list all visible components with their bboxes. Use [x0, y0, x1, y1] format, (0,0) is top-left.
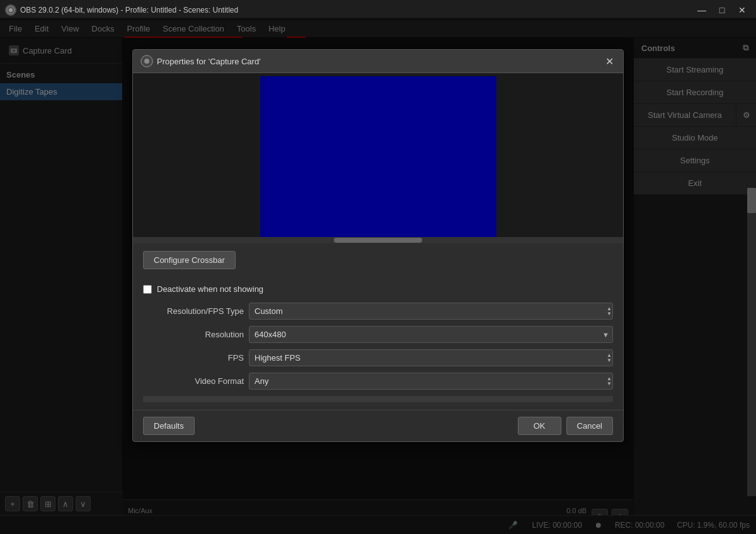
minimize-button[interactable]: — [693, 4, 711, 16]
dialog-footer: Defaults OK Cancel [133, 410, 623, 441]
deactivate-label: Deactivate when not showing [157, 284, 263, 294]
maximize-button[interactable]: □ [713, 4, 731, 16]
resolution-fps-type-wrapper: Custom ▲ ▼ [249, 303, 613, 320]
video-format-wrapper: Any ▲ ▼ [249, 373, 613, 390]
resolution-row: Resolution 640x480 ▼ [143, 326, 613, 343]
fps-row: FPS Highest FPS ▲ ▼ [143, 349, 613, 366]
title-bar-left: OBS 29.0.2 (64-bit, windows) - Profile: … [5, 4, 238, 16]
deactivate-checkbox[interactable] [143, 285, 152, 294]
resolution-fps-type-row: Resolution/FPS Type Custom ▲ ▼ [143, 303, 613, 320]
dialog-body: Configure Crossbar Deactivate when not s… [133, 73, 623, 410]
close-window-button[interactable]: ✕ [733, 4, 751, 16]
scrollbar-thumb [334, 238, 422, 243]
deactivate-row: Deactivate when not showing [143, 284, 613, 294]
preview-scrollbar[interactable] [133, 237, 623, 243]
dialog-logo-icon [140, 55, 153, 67]
dialog-close-button[interactable]: ✕ [603, 55, 616, 67]
resolution-label: Resolution [143, 330, 244, 339]
footer-left: Defaults [143, 417, 195, 435]
resolution-select[interactable]: 640x480 [249, 326, 613, 343]
svg-point-5 [144, 59, 149, 64]
resolution-wrapper: 640x480 ▼ [249, 326, 613, 343]
horizontal-scrollbar[interactable] [143, 396, 613, 402]
window-controls: — □ ✕ [693, 4, 751, 16]
footer-right: OK Cancel [518, 417, 613, 435]
dialog-controls-area: Configure Crossbar Deactivate when not s… [133, 243, 623, 410]
obs-logo [5, 4, 16, 16]
fps-select[interactable]: Highest FPS [249, 349, 613, 366]
dialog-header: Properties for 'Capture Card' ✕ [133, 50, 623, 73]
defaults-button[interactable]: Defaults [143, 417, 195, 435]
svg-point-1 [9, 8, 13, 12]
resolution-fps-type-select[interactable]: Custom [249, 303, 613, 320]
fps-wrapper: Highest FPS ▲ ▼ [249, 349, 613, 366]
dialog-overlay: Properties for 'Capture Card' ✕ Conf [0, 18, 756, 534]
resolution-fps-type-label: Resolution/FPS Type [143, 306, 244, 316]
dialog-preview [133, 73, 623, 243]
cancel-button[interactable]: Cancel [566, 417, 613, 435]
configure-crossbar-button[interactable]: Configure Crossbar [143, 251, 236, 269]
ok-button[interactable]: OK [518, 417, 561, 435]
configure-crossbar-row: Configure Crossbar [143, 251, 613, 277]
video-format-row: Video Format Any ▲ ▼ [143, 373, 613, 390]
capture-preview [260, 76, 496, 240]
dialog-title: Properties for 'Capture Card' [157, 57, 261, 66]
dialog-title-row: Properties for 'Capture Card' [140, 55, 261, 67]
properties-dialog: Properties for 'Capture Card' ✕ Conf [132, 49, 624, 442]
video-format-label: Video Format [143, 376, 244, 386]
video-format-select[interactable]: Any [249, 373, 613, 390]
window-title: OBS 29.0.2 (64-bit, windows) - Profile: … [20, 6, 238, 15]
fps-label: FPS [143, 353, 244, 363]
